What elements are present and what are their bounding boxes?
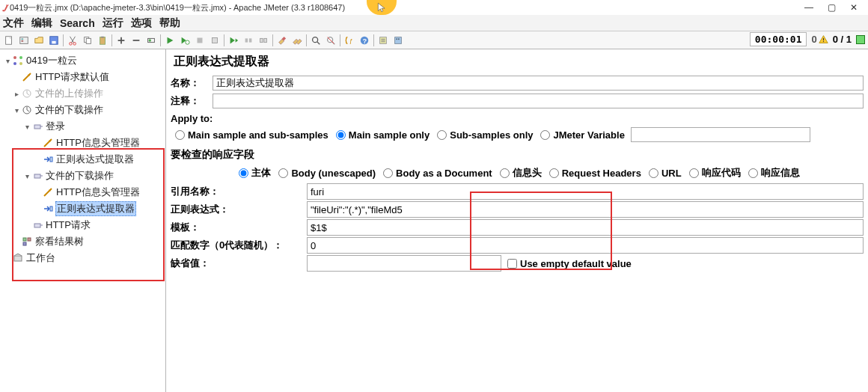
window-minimize-button[interactable]: — <box>798 2 820 13</box>
ref-name-label: 引用名称： <box>171 185 307 198</box>
sampler-icon <box>31 170 43 182</box>
radio-jmeter-var[interactable]: JMeter Variable <box>536 129 624 141</box>
shutdown-icon[interactable] <box>208 34 221 47</box>
svg-rect-28 <box>395 37 402 43</box>
start-icon[interactable] <box>163 34 177 47</box>
tree-node-login[interactable]: ▾ 登录 <box>1 118 164 135</box>
name-input[interactable] <box>213 76 864 91</box>
name-label: 名称： <box>171 76 213 90</box>
svg-rect-17 <box>245 38 248 42</box>
radio-msg[interactable]: 响应信息 <box>744 166 800 180</box>
regex-input[interactable] <box>307 201 864 218</box>
radio-headers[interactable]: 信息头 <box>495 166 542 180</box>
open-icon[interactable] <box>32 34 46 47</box>
expand-all-icon[interactable] <box>114 34 128 47</box>
clear-all-icon[interactable] <box>290 34 304 47</box>
svg-point-6 <box>70 42 73 45</box>
default-input[interactable] <box>307 255 501 272</box>
radio-body-doc[interactable]: Body as a Document <box>379 168 492 179</box>
window-maximize-button[interactable]: ▢ <box>820 2 843 13</box>
svg-rect-45 <box>28 238 31 241</box>
svg-rect-20 <box>264 38 267 42</box>
tree-node-regex-1[interactable]: 正则表达式提取器 <box>1 151 164 168</box>
config-icon <box>21 71 33 83</box>
paste-icon[interactable] <box>96 34 109 47</box>
svg-rect-47 <box>14 256 22 261</box>
new-icon[interactable] <box>2 34 16 47</box>
warning-icon <box>819 34 828 44</box>
thread-dump-icon[interactable] <box>376 34 390 47</box>
clear-icon[interactable] <box>275 34 289 47</box>
comment-input[interactable] <box>213 94 864 108</box>
save-icon[interactable] <box>47 34 61 47</box>
window-close-button[interactable]: ✕ <box>843 2 865 13</box>
radio-main-sub[interactable]: Main sample and sub-samples <box>171 129 328 141</box>
tree-node-workbench[interactable]: 工作台 <box>1 250 164 266</box>
svg-rect-18 <box>249 38 252 42</box>
match-no-label: 匹配数字（0代表随机）： <box>171 239 307 252</box>
tree-node-testplan[interactable]: ▾ 0419一粒云 <box>1 52 164 69</box>
help-icon[interactable]: ? <box>358 34 371 47</box>
heap-dump-icon[interactable] <box>391 34 405 47</box>
test-plan-tree[interactable]: ▾ 0419一粒云 HTTP请求默认值 ▸ 文件的上传操作 ▾ 文件的下载操作 … <box>0 49 166 392</box>
menu-run[interactable]: 运行 <box>103 16 123 30</box>
remote-shutdown-icon[interactable] <box>257 34 270 47</box>
svg-rect-3 <box>22 40 24 42</box>
radio-body-unescaped[interactable]: Body (unescaped) <box>274 168 376 179</box>
ref-name-input[interactable] <box>307 183 864 200</box>
menu-search[interactable]: Search <box>60 17 95 29</box>
radio-url[interactable]: URL <box>644 168 682 179</box>
tree-node-result-tree[interactable]: 察看结果树 <box>1 233 164 250</box>
template-input[interactable] <box>307 219 864 236</box>
menu-options[interactable]: 选项 <box>131 16 152 30</box>
remote-stop-icon[interactable] <box>242 34 255 47</box>
svg-rect-2 <box>22 38 24 40</box>
menu-edit[interactable]: 编辑 <box>31 16 52 30</box>
tree-node-header-mgr-1[interactable]: HTTP信息头管理器 <box>1 135 164 151</box>
reset-search-icon[interactable] <box>324 34 337 47</box>
window-titlebar: 𝑱 0419一粒云.jmx (D:\apache-jmeter-3.3\bin\… <box>0 0 868 15</box>
tree-node-regex-2-selected[interactable]: 正则表达式提取器 <box>1 200 164 217</box>
svg-rect-29 <box>396 38 397 40</box>
jmeter-var-input[interactable] <box>631 127 810 142</box>
stop-icon[interactable] <box>193 34 207 47</box>
menu-file[interactable]: 文件 <box>3 16 24 30</box>
tree-node-http-defaults[interactable]: HTTP请求默认值 <box>1 69 164 85</box>
svg-rect-16 <box>213 37 218 43</box>
templates-icon[interactable] <box>17 34 31 47</box>
remote-start-icon[interactable] <box>227 34 240 47</box>
tree-node-http-request[interactable]: HTTP请求 <box>1 217 164 233</box>
search-tree-icon[interactable] <box>309 34 323 47</box>
comment-label: 注释： <box>171 94 213 108</box>
svg-text:?: ? <box>363 37 367 44</box>
workbench-icon <box>12 252 24 264</box>
use-empty-checkbox[interactable]: Use empty default value <box>507 258 632 269</box>
toggle-icon[interactable] <box>144 34 158 47</box>
svg-rect-39 <box>34 125 40 129</box>
radio-sub-only[interactable]: Sub-samples only <box>433 129 533 141</box>
svg-rect-41 <box>34 174 40 178</box>
thread-indicator-icon <box>856 35 865 44</box>
tree-node-download-group[interactable]: ▾ 文件的下载操作 <box>1 102 164 118</box>
match-no-input[interactable] <box>307 237 864 254</box>
regex-label: 正则表达式： <box>171 203 307 216</box>
listener-icon <box>21 236 33 248</box>
menu-help[interactable]: 帮助 <box>159 16 180 30</box>
start-no-timers-icon[interactable] <box>178 34 192 47</box>
threadgroup-icon <box>21 88 33 99</box>
function-helper-icon[interactable]: ƒ <box>343 34 356 47</box>
apply-to-label: Apply to: <box>171 113 864 124</box>
radio-main-only[interactable]: Main sample only <box>331 129 430 141</box>
svg-rect-19 <box>260 38 263 42</box>
cut-icon[interactable] <box>66 34 79 47</box>
tree-node-header-mgr-2[interactable]: HTTP信息头管理器 <box>1 184 164 200</box>
copy-icon[interactable] <box>81 34 94 47</box>
tree-label: 0419一粒云 <box>25 54 78 67</box>
radio-code[interactable]: 响应代码 <box>685 166 741 180</box>
radio-req-headers[interactable]: Request Headers <box>545 168 641 179</box>
collapse-all-icon[interactable] <box>129 34 143 47</box>
svg-point-36 <box>19 62 22 65</box>
tree-node-upload-group[interactable]: ▸ 文件的上传操作 <box>1 85 164 102</box>
tree-node-download-op[interactable]: ▾ 文件的下载操作 <box>1 168 164 184</box>
radio-body[interactable]: 主体 <box>234 166 271 180</box>
